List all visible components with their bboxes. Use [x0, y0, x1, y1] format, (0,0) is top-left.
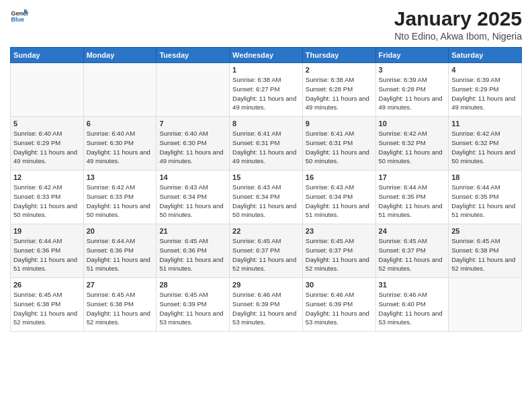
col-tuesday: Tuesday [157, 48, 230, 63]
cell-info: Sunrise: 6:42 AMSunset: 6:33 PMDaylight:… [13, 183, 81, 220]
info-line: Daylight: 11 hours and 50 minutes. [379, 148, 446, 167]
calendar-cell: 11Sunrise: 6:42 AMSunset: 6:32 PMDayligh… [449, 117, 522, 171]
day-number: 31 [379, 281, 446, 289]
main-title: January 2025 [394, 7, 522, 31]
info-line: Sunrise: 6:38 AM [232, 75, 300, 85]
calendar-cell: 14Sunrise: 6:43 AMSunset: 6:34 PMDayligh… [157, 171, 230, 224]
info-line: Sunrise: 6:43 AM [159, 183, 226, 192]
day-number: 6 [87, 120, 154, 128]
cell-info: Sunrise: 6:45 AMSunset: 6:38 PMDaylight:… [87, 290, 154, 327]
header-row: Sunday Monday Tuesday Wednesday Thursday… [11, 48, 522, 63]
calendar-cell: 16Sunrise: 6:43 AMSunset: 6:34 PMDayligh… [302, 171, 375, 224]
cell-info: Sunrise: 6:39 AMSunset: 6:28 PMDaylight:… [379, 75, 446, 112]
info-line: Sunrise: 6:43 AM [232, 183, 300, 192]
calendar-cell: 25Sunrise: 6:45 AMSunset: 6:38 PMDayligh… [449, 224, 522, 278]
day-number: 10 [379, 120, 446, 128]
info-line: Sunset: 6:30 PM [87, 138, 154, 148]
info-line: Sunrise: 6:43 AM [306, 183, 373, 192]
info-line: Daylight: 11 hours and 50 minutes. [87, 201, 154, 220]
info-line: Sunset: 6:34 PM [306, 192, 373, 201]
info-line: Daylight: 11 hours and 51 minutes. [379, 201, 446, 220]
cell-info: Sunrise: 6:38 AMSunset: 6:28 PMDaylight:… [306, 75, 373, 112]
day-number: 2 [306, 66, 373, 74]
info-line: Daylight: 11 hours and 52 minutes. [306, 255, 373, 274]
cell-info: Sunrise: 6:40 AMSunset: 6:30 PMDaylight:… [159, 129, 226, 166]
day-number: 26 [13, 281, 81, 289]
calendar-cell: 20Sunrise: 6:44 AMSunset: 6:36 PMDayligh… [83, 224, 157, 278]
calendar-cell: 29Sunrise: 6:46 AMSunset: 6:39 PMDayligh… [230, 278, 303, 332]
info-line: Daylight: 11 hours and 49 minutes. [232, 148, 300, 167]
calendar-cell [83, 63, 157, 117]
info-line: Sunset: 6:37 PM [379, 246, 446, 255]
calendar-week-0: 1Sunrise: 6:38 AMSunset: 6:27 PMDaylight… [11, 63, 522, 117]
info-line: Sunrise: 6:39 AM [451, 75, 519, 85]
calendar-cell: 8Sunrise: 6:41 AMSunset: 6:31 PMDaylight… [230, 117, 303, 171]
day-number: 3 [379, 66, 446, 74]
cell-info: Sunrise: 6:45 AMSunset: 6:36 PMDaylight:… [159, 236, 226, 273]
day-number: 1 [232, 66, 300, 74]
info-line: Sunrise: 6:44 AM [379, 183, 446, 192]
info-line: Sunset: 6:39 PM [232, 300, 300, 309]
info-line: Sunset: 6:38 PM [87, 300, 154, 309]
day-number: 24 [379, 227, 446, 235]
info-line: Daylight: 11 hours and 50 minutes. [159, 201, 226, 220]
cell-info: Sunrise: 6:46 AMSunset: 6:40 PMDaylight:… [379, 290, 446, 327]
header: General Blue January 2025 Nto Edino, Akw… [10, 7, 522, 42]
info-line: Sunset: 6:40 PM [379, 300, 446, 309]
info-line: Sunset: 6:32 PM [379, 138, 446, 148]
calendar-cell: 31Sunrise: 6:46 AMSunset: 6:40 PMDayligh… [375, 278, 449, 332]
info-line: Daylight: 11 hours and 51 minutes. [13, 255, 81, 274]
info-line: Sunrise: 6:45 AM [13, 290, 81, 300]
info-line: Daylight: 11 hours and 49 minutes. [232, 94, 300, 113]
info-line: Sunset: 6:34 PM [232, 192, 300, 201]
day-number: 29 [232, 281, 300, 289]
info-line: Sunrise: 6:45 AM [159, 236, 226, 246]
info-line: Sunrise: 6:46 AM [306, 290, 373, 300]
info-line: Sunrise: 6:45 AM [87, 290, 154, 300]
info-line: Sunset: 6:28 PM [306, 85, 373, 94]
info-line: Sunset: 6:31 PM [306, 138, 373, 148]
info-line: Daylight: 11 hours and 52 minutes. [232, 255, 300, 274]
info-line: Sunset: 6:32 PM [451, 138, 519, 148]
info-line: Daylight: 11 hours and 50 minutes. [306, 148, 373, 167]
cell-info: Sunrise: 6:41 AMSunset: 6:31 PMDaylight:… [306, 129, 373, 166]
calendar-cell: 2Sunrise: 6:38 AMSunset: 6:28 PMDaylight… [302, 63, 375, 117]
info-line: Sunset: 6:29 PM [451, 85, 519, 94]
cell-info: Sunrise: 6:44 AMSunset: 6:36 PMDaylight:… [13, 236, 81, 273]
calendar-cell: 17Sunrise: 6:44 AMSunset: 6:35 PMDayligh… [375, 171, 449, 224]
subtitle: Nto Edino, Akwa Ibom, Nigeria [394, 31, 522, 42]
calendar-header: Sunday Monday Tuesday Wednesday Thursday… [11, 48, 522, 63]
info-line: Sunrise: 6:42 AM [379, 129, 446, 138]
info-line: Sunrise: 6:45 AM [451, 236, 519, 246]
calendar-week-4: 26Sunrise: 6:45 AMSunset: 6:38 PMDayligh… [11, 278, 522, 332]
info-line: Sunset: 6:39 PM [159, 300, 226, 309]
info-line: Sunrise: 6:39 AM [379, 75, 446, 85]
cell-info: Sunrise: 6:42 AMSunset: 6:32 PMDaylight:… [451, 129, 519, 166]
day-number: 28 [159, 281, 226, 289]
calendar-cell: 21Sunrise: 6:45 AMSunset: 6:36 PMDayligh… [157, 224, 230, 278]
calendar-cell: 7Sunrise: 6:40 AMSunset: 6:30 PMDaylight… [157, 117, 230, 171]
info-line: Daylight: 11 hours and 49 minutes. [306, 94, 373, 113]
info-line: Sunrise: 6:42 AM [451, 129, 519, 138]
info-line: Daylight: 11 hours and 53 minutes. [159, 309, 226, 328]
calendar-week-3: 19Sunrise: 6:44 AMSunset: 6:36 PMDayligh… [11, 224, 522, 278]
cell-info: Sunrise: 6:45 AMSunset: 6:38 PMDaylight:… [451, 236, 519, 273]
calendar-cell: 10Sunrise: 6:42 AMSunset: 6:32 PMDayligh… [375, 117, 449, 171]
svg-text:Blue: Blue [11, 16, 24, 23]
calendar-cell: 12Sunrise: 6:42 AMSunset: 6:33 PMDayligh… [11, 171, 84, 224]
info-line: Sunset: 6:28 PM [379, 85, 446, 94]
day-number: 4 [451, 66, 519, 74]
info-line: Sunrise: 6:40 AM [87, 129, 154, 138]
info-line: Sunset: 6:36 PM [159, 246, 226, 255]
cell-info: Sunrise: 6:45 AMSunset: 6:38 PMDaylight:… [13, 290, 81, 327]
info-line: Sunset: 6:31 PM [232, 138, 300, 148]
calendar-cell: 1Sunrise: 6:38 AMSunset: 6:27 PMDaylight… [230, 63, 303, 117]
day-number: 18 [451, 173, 519, 181]
calendar-cell [449, 278, 522, 332]
info-line: Daylight: 11 hours and 49 minutes. [159, 148, 226, 167]
calendar-week-2: 12Sunrise: 6:42 AMSunset: 6:33 PMDayligh… [11, 171, 522, 224]
page: General Blue January 2025 Nto Edino, Akw… [0, 0, 532, 411]
day-number: 14 [159, 173, 226, 181]
info-line: Sunset: 6:37 PM [232, 246, 300, 255]
info-line: Sunset: 6:36 PM [13, 246, 81, 255]
